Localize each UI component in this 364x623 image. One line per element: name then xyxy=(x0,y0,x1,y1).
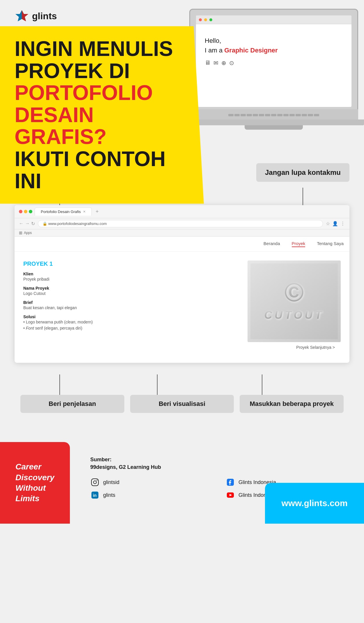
laptop-icon-3: ⊕ xyxy=(221,59,226,66)
laptop-icon-row: 🖥 ✉ ⊕ ⊙ xyxy=(205,59,343,66)
svg-rect-11 xyxy=(91,479,98,486)
svg-text:CUTOUT: CUTOUT xyxy=(264,309,324,321)
footer-section: CareerDiscoveryWithoutLimits Sumber: 99d… xyxy=(0,442,364,524)
url-text: www.portofoliodesaingrafismu.com xyxy=(48,221,107,226)
solusi-item1: • Logo berwarna putih (clean, modern) xyxy=(23,319,239,325)
solusi-item2: • Font serif (elegan, percaya diri) xyxy=(23,325,239,331)
nama-value: Logo Cutout xyxy=(23,291,239,297)
laptop-mockup: Hello, I am a Graphic Designer 🖥 ✉ ⊕ ⊙ xyxy=(183,9,364,134)
laptop-dot-yellow xyxy=(204,18,207,21)
key xyxy=(314,114,319,116)
svg-text:©: © xyxy=(285,278,304,307)
source-value: 99designs, G2 Learning Hub xyxy=(90,464,349,470)
key xyxy=(265,114,270,116)
browser-tab-bar: Portofolio Desain Grafis ✕ + xyxy=(15,205,349,218)
laptop-base xyxy=(183,119,364,125)
bottom-annotation-labels: Beri penjelasan Beri visualisasi Masukka… xyxy=(15,395,349,413)
browser-url-field[interactable]: 🔒 www.portofoliodesaingrafismu.com xyxy=(38,220,323,227)
project-number: PROYEK 1 xyxy=(23,261,239,267)
glints-star-icon xyxy=(15,9,29,23)
svg-text:in: in xyxy=(93,493,96,498)
apps-label: Apps xyxy=(24,231,32,235)
key xyxy=(271,114,276,116)
laptop-icon-1: 🖥 xyxy=(205,59,211,66)
instagram-handle: glintsid xyxy=(103,479,119,485)
nama-label: Nama Proyek xyxy=(23,286,239,291)
field-nama: Nama Proyek Logo Cutout xyxy=(23,286,239,297)
tab-add-icon[interactable]: + xyxy=(96,209,99,215)
header-section: glints INGIN MENULIS PROYEK DI PORTOFOLI… xyxy=(0,0,364,152)
laptop-dot-red xyxy=(199,18,202,21)
laptop-browser-content: Hello, I am a Graphic Designer 🖥 ✉ ⊕ ⊙ xyxy=(196,15,351,107)
laptop-icon-2: ✉ xyxy=(213,59,218,66)
callout-right: Jangan lupa kontakmu xyxy=(256,163,349,182)
browser-dot-green xyxy=(29,210,32,213)
bottom-connector-lines xyxy=(15,374,349,395)
browser-content-area: PROYEK 1 Klien Proyek pribadi Nama Proye… xyxy=(15,252,349,363)
next-project-link[interactable]: Proyek Selanjutnya > xyxy=(248,342,341,354)
field-solusi: Solusi • Logo berwarna putih (clean, mod… xyxy=(23,314,239,331)
key xyxy=(247,114,252,116)
refresh-icon[interactable]: ↻ xyxy=(31,221,35,226)
browser-action-icons: ☆ 👤 ⋮ xyxy=(326,221,345,226)
browser-nav-buttons: ← → ↻ xyxy=(19,221,35,226)
key xyxy=(241,114,246,116)
browser-dot-red xyxy=(19,210,22,213)
source-label: Sumber: xyxy=(90,457,349,463)
brief-value: Buat kesan clean, tapi elegan xyxy=(23,305,239,311)
ann-label-right: Masukkan beberapa proyek xyxy=(240,395,344,413)
klien-value: Proyek pribadi xyxy=(23,276,239,282)
social-linkedin[interactable]: in glints xyxy=(90,490,214,500)
ann-label-left: Beri penjelasan xyxy=(20,395,124,413)
tab-close-icon[interactable]: ✕ xyxy=(83,210,86,214)
laptop-greeting: Hello, I am a Graphic Designer xyxy=(205,36,343,55)
key xyxy=(259,114,264,116)
laptop-screen: Hello, I am a Graphic Designer 🖥 ✉ ⊕ ⊙ xyxy=(189,9,358,114)
svg-point-12 xyxy=(93,481,96,484)
nav-proyek[interactable]: Proyek xyxy=(292,241,305,247)
field-brief: Brief Buat kesan clean, tapi elegan xyxy=(23,300,239,311)
footer-blue-panel: www.glints.com xyxy=(265,483,364,524)
laptop-icon-4: ⊙ xyxy=(229,59,234,66)
project-image-area: © CUTOUT Proyek Selanjutnya > xyxy=(248,261,341,354)
banner-line4: IKUTI CONTOH INI xyxy=(15,147,166,193)
browser-mockup: Portofolio Desain Grafis ✕ + ← → ↻ 🔒 www… xyxy=(15,205,349,363)
laptop-stand xyxy=(245,125,303,130)
bookmark-icon[interactable]: ☆ xyxy=(326,221,330,226)
footer-red-panel: CareerDiscoveryWithoutLimits xyxy=(0,442,70,524)
browser-tab[interactable]: Portofolio Desain Grafis ✕ xyxy=(35,207,92,216)
project-details: PROYEK 1 Klien Proyek pribadi Nama Proye… xyxy=(23,261,239,354)
laptop-role: Graphic Designer xyxy=(224,47,278,54)
browser-apps-bar: ⊞ Apps xyxy=(15,229,349,237)
project-image: © CUTOUT xyxy=(248,261,341,342)
key xyxy=(289,114,295,116)
browser-tab-title: Portofolio Desain Grafis xyxy=(41,210,81,214)
cutout-logo-svg: © CUTOUT xyxy=(250,263,338,339)
forward-icon[interactable]: → xyxy=(25,221,30,226)
laptop-browser-inner: Hello, I am a Graphic Designer 🖥 ✉ ⊕ ⊙ xyxy=(196,24,351,78)
website-url: www.glints.com xyxy=(281,498,347,508)
svg-marker-1 xyxy=(22,10,28,21)
key xyxy=(228,114,234,116)
browser-dots xyxy=(19,210,32,213)
apps-grid-icon: ⊞ xyxy=(19,230,22,235)
youtube-icon xyxy=(226,490,235,500)
instagram-icon xyxy=(90,478,100,487)
key xyxy=(253,114,258,116)
browser-dot-yellow xyxy=(24,210,27,213)
menu-icon[interactable]: ⋮ xyxy=(340,221,345,226)
laptop-dot-green xyxy=(209,18,212,21)
site-nav-links: Beranda Proyek Tentang Saya xyxy=(15,237,349,252)
key xyxy=(283,114,289,116)
back-icon[interactable]: ← xyxy=(19,221,24,226)
brief-label: Brief xyxy=(23,300,239,305)
facebook-icon xyxy=(226,478,235,487)
key xyxy=(234,114,240,116)
browser-url-bar: ← → ↻ 🔒 www.portofoliodesaingrafismu.com… xyxy=(15,218,349,229)
laptop-browser-bar xyxy=(196,15,351,24)
account-icon[interactable]: 👤 xyxy=(332,221,338,226)
key xyxy=(277,114,282,116)
social-instagram[interactable]: glintsid xyxy=(90,478,214,487)
nav-tentang[interactable]: Tentang Saya xyxy=(317,241,344,247)
nav-beranda[interactable]: Beranda xyxy=(264,241,280,247)
